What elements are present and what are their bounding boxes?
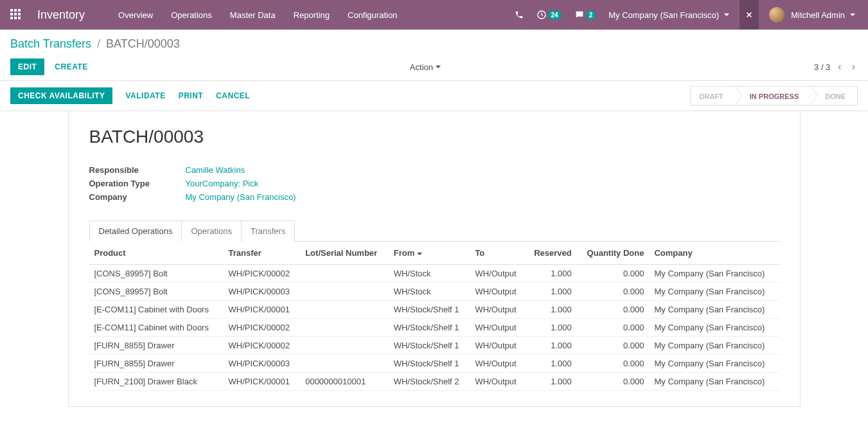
th-lot[interactable]: Lot/Serial Number bbox=[300, 242, 389, 265]
th-reserved[interactable]: Reserved bbox=[526, 242, 577, 265]
cell-reserved: 1.000 bbox=[526, 301, 577, 319]
navbar-right: 24 2 My Company (San Francisco) Mitchell… bbox=[512, 0, 858, 30]
cell-product: [FURN_8855] Drawer bbox=[89, 337, 224, 355]
th-product[interactable]: Product bbox=[89, 242, 224, 265]
check-availability-button[interactable]: CHECK AVAILABILITY bbox=[10, 87, 112, 104]
user-name: Mitchell Admin bbox=[791, 10, 845, 20]
menu-overview[interactable]: Overview bbox=[111, 6, 161, 24]
th-to[interactable]: To bbox=[470, 242, 525, 265]
cell-qty: 0.000 bbox=[577, 373, 650, 391]
company-name: My Company (San Francisco) bbox=[608, 10, 719, 20]
company-value[interactable]: My Company (San Francisco) bbox=[186, 192, 296, 202]
cell-reserved: 1.000 bbox=[526, 355, 577, 373]
action-dropdown[interactable]: Action bbox=[410, 62, 441, 72]
table-row[interactable]: [CONS_89957] BoltWH/PICK/00002WH/StockWH… bbox=[89, 265, 779, 283]
table-row[interactable]: [E-COM11] Cabinet with DoorsWH/PICK/0000… bbox=[89, 301, 779, 319]
cell-lot bbox=[300, 319, 389, 337]
cell-lot bbox=[300, 301, 389, 319]
cell-product: [E-COM11] Cabinet with Doors bbox=[89, 319, 224, 337]
messages-button[interactable]: 2 bbox=[572, 7, 599, 22]
responsible-label: Responsible bbox=[89, 165, 186, 175]
th-transfer[interactable]: Transfer bbox=[223, 242, 300, 265]
cell-from: WH/Stock/Shelf 1 bbox=[389, 337, 470, 355]
menu-master-data[interactable]: Master Data bbox=[222, 6, 283, 24]
pager-next[interactable]: › bbox=[849, 61, 858, 73]
create-button[interactable]: CREATE bbox=[55, 62, 87, 71]
cell-to: WH/Output bbox=[470, 373, 525, 391]
th-from[interactable]: From bbox=[389, 242, 470, 265]
user-menu[interactable]: Mitchell Admin bbox=[766, 4, 858, 25]
messages-badge: 2 bbox=[586, 11, 596, 19]
app-brand[interactable]: Inventory bbox=[37, 8, 85, 22]
menu-reporting[interactable]: Reporting bbox=[286, 6, 337, 24]
table-row[interactable]: [FURN_8855] DrawerWH/PICK/00003WH/Stock/… bbox=[89, 355, 779, 373]
cell-to: WH/Output bbox=[470, 301, 525, 319]
cell-transfer: WH/PICK/00003 bbox=[223, 355, 300, 373]
responsible-value[interactable]: Camille Watkins bbox=[186, 165, 245, 175]
cell-to: WH/Output bbox=[470, 319, 525, 337]
pager-text: 3 / 3 bbox=[814, 62, 830, 72]
cell-lot bbox=[300, 265, 389, 283]
breadcrumb-current: BATCH/00003 bbox=[106, 37, 180, 50]
edit-button[interactable]: EDIT bbox=[10, 58, 44, 75]
cell-product: [FURN_8855] Drawer bbox=[89, 355, 224, 373]
phone-icon bbox=[515, 10, 524, 19]
cell-qty: 0.000 bbox=[577, 265, 650, 283]
cell-company: My Company (San Francisco) bbox=[649, 301, 779, 319]
main-menu: Overview Operations Master Data Reportin… bbox=[111, 6, 405, 24]
activities-button[interactable]: 24 bbox=[534, 7, 564, 22]
print-button[interactable]: PRINT bbox=[179, 91, 204, 100]
form-sheet: BATCH/00003 Responsible Camille Watkins … bbox=[68, 111, 801, 407]
table-row[interactable]: [FURN_2100] Drawer BlackWH/PICK/00001000… bbox=[89, 373, 779, 391]
cell-reserved: 1.000 bbox=[526, 283, 577, 301]
cell-company: My Company (San Francisco) bbox=[649, 283, 779, 301]
status-in-progress[interactable]: IN PROGRESS bbox=[735, 86, 810, 105]
sort-caret-icon bbox=[414, 248, 422, 258]
tab-detailed-operations[interactable]: Detailed Operations bbox=[89, 220, 182, 242]
th-qty-done[interactable]: Quantity Done bbox=[577, 242, 650, 265]
status-done[interactable]: DONE bbox=[810, 86, 858, 105]
menu-configuration[interactable]: Configuration bbox=[340, 6, 405, 24]
detailed-operations-table: Product Transfer Lot/Serial Number From … bbox=[89, 242, 779, 391]
cell-company: My Company (San Francisco) bbox=[649, 265, 779, 283]
table-row[interactable]: [E-COM11] Cabinet with DoorsWH/PICK/0000… bbox=[89, 319, 779, 337]
status-draft[interactable]: DRAFT bbox=[690, 86, 735, 105]
th-company[interactable]: Company bbox=[649, 242, 779, 265]
menu-operations[interactable]: Operations bbox=[163, 6, 220, 24]
tab-transfers[interactable]: Transfers bbox=[241, 220, 295, 242]
cell-reserved: 1.000 bbox=[526, 337, 577, 355]
top-navbar: Inventory Overview Operations Master Dat… bbox=[0, 0, 868, 30]
record-title: BATCH/00003 bbox=[89, 127, 779, 147]
phone-button[interactable] bbox=[512, 8, 526, 22]
cancel-button[interactable]: CANCEL bbox=[216, 91, 250, 100]
cell-company: My Company (San Francisco) bbox=[649, 355, 779, 373]
debug-button[interactable] bbox=[740, 0, 759, 30]
activities-badge: 24 bbox=[548, 11, 562, 19]
company-switcher[interactable]: My Company (San Francisco) bbox=[606, 8, 732, 22]
chat-icon bbox=[574, 10, 585, 20]
table-row[interactable]: [FURN_8855] DrawerWH/PICK/00002WH/Stock/… bbox=[89, 337, 779, 355]
cell-from: WH/Stock/Shelf 2 bbox=[389, 373, 470, 391]
validate-button[interactable]: VALIDATE bbox=[125, 91, 165, 100]
pager-prev[interactable]: ‹ bbox=[835, 61, 844, 73]
cell-to: WH/Output bbox=[470, 265, 525, 283]
operation-type-value[interactable]: YourCompany: Pick bbox=[186, 179, 259, 188]
cell-reserved: 1.000 bbox=[526, 265, 577, 283]
cell-qty: 0.000 bbox=[577, 301, 650, 319]
cell-company: My Company (San Francisco) bbox=[649, 373, 779, 391]
cell-qty: 0.000 bbox=[577, 337, 650, 355]
cell-lot bbox=[300, 337, 389, 355]
apps-icon[interactable] bbox=[10, 9, 22, 21]
breadcrumb: Batch Transfers / BATCH/00003 bbox=[10, 37, 858, 51]
cell-to: WH/Output bbox=[470, 355, 525, 373]
cell-qty: 0.000 bbox=[577, 283, 650, 301]
tab-operations[interactable]: Operations bbox=[181, 220, 242, 242]
cell-transfer: WH/PICK/00002 bbox=[223, 265, 300, 283]
table-row[interactable]: [CONS_89957] BoltWH/PICK/00003WH/StockWH… bbox=[89, 283, 779, 301]
cell-transfer: WH/PICK/00001 bbox=[223, 301, 300, 319]
cell-company: My Company (San Francisco) bbox=[649, 319, 779, 337]
cell-product: [FURN_2100] Drawer Black bbox=[89, 373, 224, 391]
breadcrumb-parent[interactable]: Batch Transfers bbox=[10, 37, 91, 50]
cell-from: WH/Stock/Shelf 1 bbox=[389, 355, 470, 373]
clock-icon bbox=[536, 10, 547, 20]
